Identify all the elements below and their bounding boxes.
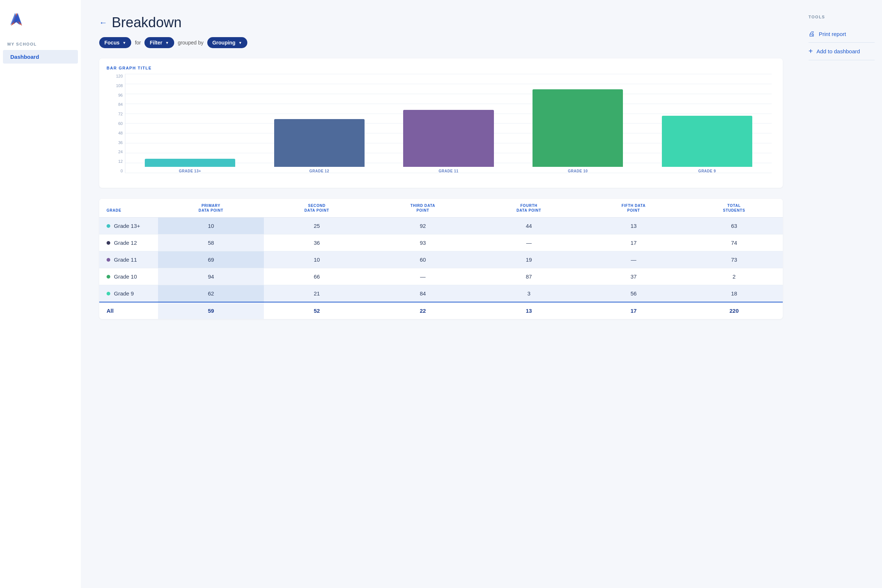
td-third-3: — xyxy=(370,268,476,285)
table-row: Grade 13+102592441363 xyxy=(99,218,783,234)
filter-bar: Focus ▼ for Filter ▼ grouped by Grouping… xyxy=(99,37,783,48)
for-text: for xyxy=(135,40,141,46)
td-third-4: 84 xyxy=(370,285,476,303)
sidebar-item-dashboard[interactable]: Dashboard xyxy=(3,50,78,64)
focus-chevron-icon: ▼ xyxy=(122,41,126,45)
data-table-wrapper: Grade PRIMARYDATA POINT SECONDDATA POINT… xyxy=(99,199,783,319)
td-total-3: 2 xyxy=(686,268,783,285)
filter-chevron-icon: ▼ xyxy=(165,41,169,45)
chart-title: BAR GRAPH TITLE xyxy=(106,66,772,70)
td-third-0: 92 xyxy=(370,218,476,234)
td-total-0: 63 xyxy=(686,218,783,234)
bar-grade11-label: GRADE 11 xyxy=(438,169,458,173)
back-button[interactable]: ← xyxy=(99,18,107,28)
td-fourth-1: — xyxy=(476,234,582,251)
chart-container: 120 108 96 84 72 60 48 36 24 12 0 xyxy=(106,74,772,184)
chart-y-axis: 120 108 96 84 72 60 48 36 24 12 0 xyxy=(106,74,125,173)
td-total-2: 73 xyxy=(686,251,783,268)
print-report-button[interactable]: 🖨 Print report xyxy=(808,26,874,43)
sidebar: MY SCHOOL Dashboard xyxy=(0,0,81,588)
td-fourth-0: 44 xyxy=(476,218,582,234)
td-grade-4: Grade 9 xyxy=(99,285,158,303)
table-row: Grade 1169106019—73 xyxy=(99,251,783,268)
td-primary-4: 62 xyxy=(158,285,264,303)
th-primary: PRIMARYDATA POINT xyxy=(158,199,264,218)
th-third: THIRD DATAPOINT xyxy=(370,199,476,218)
grade-dot-4 xyxy=(106,292,110,296)
grade-dot-2 xyxy=(106,258,110,262)
tools-label: TOOLS xyxy=(808,15,874,19)
bar-grade13-label: GRADE 13+ xyxy=(179,169,201,173)
td-third-2: 60 xyxy=(370,251,476,268)
bar-grade10: GRADE 10 xyxy=(513,74,642,173)
data-table: Grade PRIMARYDATA POINT SECONDDATA POINT… xyxy=(99,199,783,319)
td-fifth-2: — xyxy=(582,251,686,268)
td-total-fourth: 13 xyxy=(476,302,582,319)
td-second-2: 10 xyxy=(264,251,370,268)
td-total-third: 22 xyxy=(370,302,476,319)
td-fifth-0: 13 xyxy=(582,218,686,234)
bar-grade11: GRADE 11 xyxy=(384,74,513,173)
bar-grade12-rect xyxy=(274,119,364,167)
td-fifth-3: 37 xyxy=(582,268,686,285)
td-fourth-4: 3 xyxy=(476,285,582,303)
td-fourth-2: 19 xyxy=(476,251,582,268)
filter-button[interactable]: Filter ▼ xyxy=(144,37,174,48)
table-row: Grade 109466—87372 xyxy=(99,268,783,285)
grouping-button[interactable]: Grouping ▼ xyxy=(207,37,248,48)
bar-grade12-label: GRADE 12 xyxy=(309,169,329,173)
logo xyxy=(0,8,81,42)
bar-grade10-label: GRADE 10 xyxy=(568,169,588,173)
td-total-label: All xyxy=(99,302,158,319)
td-total-primary: 59 xyxy=(158,302,264,319)
grouping-chevron-icon: ▼ xyxy=(238,41,242,45)
add-dashboard-label: Add to dashboard xyxy=(817,48,860,54)
grade-dot-3 xyxy=(106,275,110,279)
bar-grade10-rect xyxy=(532,89,623,167)
td-second-0: 25 xyxy=(264,218,370,234)
bar-grade9-rect xyxy=(662,116,752,167)
td-second-1: 36 xyxy=(264,234,370,251)
td-total-second: 52 xyxy=(264,302,370,319)
grouped-by-text: grouped by xyxy=(178,40,204,46)
td-total-fifth: 17 xyxy=(582,302,686,319)
td-grade-1: Grade 12 xyxy=(99,234,158,251)
td-total-total: 220 xyxy=(686,302,783,319)
td-fifth-4: 56 xyxy=(582,285,686,303)
th-fourth: FOURTHDATA POINT xyxy=(476,199,582,218)
td-second-3: 66 xyxy=(264,268,370,285)
bar-grade9-label: GRADE 9 xyxy=(698,169,716,173)
td-third-1: 93 xyxy=(370,234,476,251)
bar-grade12: GRADE 12 xyxy=(255,74,384,173)
td-primary-3: 94 xyxy=(158,268,264,285)
td-grade-3: Grade 10 xyxy=(99,268,158,285)
th-fifth: FIFTH DATAPOINT xyxy=(582,199,686,218)
table-header-row: Grade PRIMARYDATA POINT SECONDDATA POINT… xyxy=(99,199,783,218)
bar-grade9: GRADE 9 xyxy=(642,74,772,173)
right-panel: TOOLS 🖨 Print report + Add to dashboard xyxy=(801,0,882,588)
td-grade-0: Grade 13+ xyxy=(99,218,158,234)
bar-grade11-rect xyxy=(403,110,494,167)
table-total-row: All5952221317220 xyxy=(99,302,783,319)
bar-grade13-rect xyxy=(145,159,235,167)
th-grade: Grade xyxy=(99,199,158,218)
td-primary-1: 58 xyxy=(158,234,264,251)
bar-grade13: GRADE 13+ xyxy=(125,74,255,173)
td-fourth-3: 87 xyxy=(476,268,582,285)
print-icon: 🖨 xyxy=(808,30,815,38)
td-second-4: 21 xyxy=(264,285,370,303)
grade-dot-0 xyxy=(106,224,110,228)
td-fifth-1: 17 xyxy=(582,234,686,251)
focus-button[interactable]: Focus ▼ xyxy=(99,37,131,48)
table-row: Grade 12583693—1774 xyxy=(99,234,783,251)
plus-icon: + xyxy=(808,47,813,56)
td-total-4: 18 xyxy=(686,285,783,303)
chart-section: BAR GRAPH TITLE 120 108 96 84 72 60 48 3… xyxy=(99,58,783,188)
td-primary-0: 10 xyxy=(158,218,264,234)
grade-dot-1 xyxy=(106,241,110,245)
td-primary-2: 69 xyxy=(158,251,264,268)
add-dashboard-button[interactable]: + Add to dashboard xyxy=(808,43,874,60)
td-total-1: 74 xyxy=(686,234,783,251)
th-second: SECONDDATA POINT xyxy=(264,199,370,218)
page-header: ← Breakdown xyxy=(99,15,783,30)
